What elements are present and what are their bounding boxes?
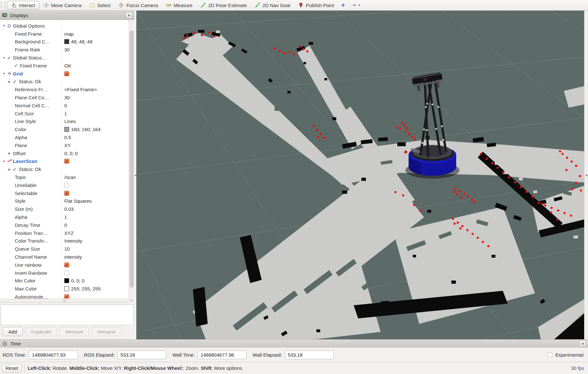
tree-row-global-options[interactable]: ▼⚙Global Options bbox=[0, 22, 129, 30]
property-value[interactable]: XYZ bbox=[64, 230, 74, 236]
tool-move-camera[interactable]: Move Camera bbox=[40, 1, 85, 9]
collapse-arrow-icon[interactable]: ▼ bbox=[3, 56, 7, 59]
collapse-arrow-icon[interactable]: ▼ bbox=[3, 160, 7, 163]
tool-select[interactable]: Select bbox=[86, 1, 114, 9]
property-value[interactable]: 0; 0; 0 bbox=[64, 278, 85, 283]
color-swatch[interactable] bbox=[64, 278, 69, 283]
property-value[interactable]: 10 bbox=[64, 246, 70, 252]
toolbar-drag-handle[interactable] bbox=[1, 2, 3, 8]
tree-row-background-c[interactable]: Background C…48; 48; 48 bbox=[0, 38, 129, 46]
property-value[interactable]: 160; 160; 164 bbox=[64, 127, 101, 132]
property-value[interactable]: 30 bbox=[64, 47, 70, 52]
displays-panel-header[interactable]: Displays × bbox=[0, 11, 134, 20]
collapse-right-icon[interactable]: ◀ bbox=[585, 174, 587, 177]
property-value[interactable] bbox=[64, 183, 69, 188]
property-value[interactable]: /scan bbox=[64, 174, 76, 180]
expand-arrow-icon[interactable]: ▶ bbox=[8, 168, 13, 171]
checkbox-checked-icon[interactable]: ✓ bbox=[64, 294, 69, 299]
tree-row-grid[interactable]: ▼Grid✓ bbox=[0, 70, 129, 78]
property-value[interactable]: Flat Squares bbox=[64, 198, 92, 204]
tree-row-min-color[interactable]: Min Color0; 0; 0 bbox=[0, 277, 129, 285]
tree-row-use-rainbow[interactable]: Use rainbow✓ bbox=[0, 261, 129, 269]
add-button[interactable]: Add bbox=[3, 327, 23, 336]
tree-row-plane[interactable]: PlaneXY bbox=[0, 141, 129, 149]
property-value[interactable]: ✓ bbox=[64, 294, 69, 299]
collapse-arrow-icon[interactable]: ▼ bbox=[3, 72, 7, 75]
tree-row-color[interactable]: Color160; 160; 164 bbox=[0, 125, 129, 133]
tree-row-alpha[interactable]: Alpha1 bbox=[0, 213, 129, 221]
tree-row-normal-cell-c[interactable]: Normal Cell C…0 bbox=[0, 102, 129, 110]
checkbox-unchecked-icon[interactable] bbox=[547, 352, 552, 357]
property-value[interactable]: 0.5 bbox=[64, 135, 71, 140]
tool-2d-pose-estimate[interactable]: 2D Pose Estimate bbox=[197, 1, 251, 9]
horizontal-scrollbar[interactable] bbox=[0, 298, 129, 302]
property-value[interactable]: XY bbox=[64, 143, 71, 148]
tree-row-unreliable[interactable]: Unreliable bbox=[0, 181, 129, 189]
tool-measure[interactable]: Measure bbox=[162, 1, 196, 9]
property-value[interactable]: map bbox=[64, 31, 74, 37]
wall-time-input[interactable]: 1488804677.96 bbox=[198, 351, 247, 359]
checkbox-checked-icon[interactable]: ✓ bbox=[64, 71, 69, 76]
tree-row-frame-rate[interactable]: Frame Rate30 bbox=[0, 46, 129, 54]
expand-arrow-icon[interactable]: ▶ bbox=[8, 80, 13, 83]
scroll-down-icon[interactable]: ▼ bbox=[129, 299, 134, 302]
property-value[interactable]: 0 bbox=[64, 222, 67, 228]
scrollbar-thumb[interactable] bbox=[130, 31, 133, 288]
tree-row-autocompute[interactable]: Autocompute…✓ bbox=[0, 293, 129, 299]
tree-row-size-m[interactable]: Size (m)0.03 bbox=[0, 205, 129, 213]
tree-row-global-status[interactable]: ▼✓Global Status… bbox=[0, 54, 129, 62]
tool-interact[interactable]: Interact bbox=[7, 1, 39, 9]
tool-publish-point[interactable]: Publish Point bbox=[294, 1, 338, 9]
property-value[interactable]: ✓ bbox=[64, 191, 69, 196]
tree-row-position-tran[interactable]: Position Tran…XYZ bbox=[0, 229, 129, 237]
close-icon[interactable]: × bbox=[126, 12, 132, 18]
wall-elapsed-input[interactable]: 533.18 bbox=[285, 351, 334, 359]
tree-row-offset[interactable]: ▶Offset0; 0; 0 bbox=[0, 149, 129, 157]
property-value[interactable]: 48; 48; 48 bbox=[64, 39, 93, 44]
checkbox-checked-icon[interactable]: ✓ bbox=[64, 159, 69, 164]
property-value[interactable]: 30 bbox=[64, 95, 70, 100]
ros-time-input[interactable]: 1488804677.93 bbox=[29, 351, 78, 359]
property-value[interactable]: Lines bbox=[64, 119, 76, 124]
collapse-arrow-icon[interactable]: ▼ bbox=[3, 24, 7, 27]
property-value[interactable] bbox=[64, 271, 69, 275]
property-value[interactable]: OK bbox=[64, 63, 71, 68]
property-value[interactable]: <Fixed Frame> bbox=[64, 87, 97, 92]
tree-row-fixed-frame[interactable]: Fixed Framemap bbox=[0, 30, 129, 38]
ros-elapsed-input[interactable]: 533.26 bbox=[117, 351, 166, 359]
toolbar-drag-handle[interactable] bbox=[5, 2, 6, 8]
color-swatch[interactable] bbox=[64, 286, 69, 291]
add-tool-button[interactable]: + bbox=[338, 1, 348, 9]
property-value[interactable]: 1 bbox=[64, 214, 67, 220]
property-value[interactable]: intensity bbox=[64, 254, 82, 260]
tool-2d-nav-goal[interactable]: 2D Nav Goal bbox=[251, 1, 294, 9]
tree-row-status-ok[interactable]: ▶✓Status: Ok bbox=[0, 165, 129, 173]
tree-row-plane-cell-co[interactable]: Plane Cell Co…30 bbox=[0, 94, 129, 102]
property-value[interactable]: 255; 255; 255 bbox=[64, 286, 101, 291]
reset-button[interactable]: Reset bbox=[2, 364, 22, 372]
tree-row-channel-name[interactable]: Channel Nameintensity bbox=[0, 253, 129, 261]
column-divider[interactable] bbox=[62, 20, 62, 299]
rename-button[interactable]: Rename bbox=[92, 327, 122, 336]
tree-row-style[interactable]: StyleFlat Squares bbox=[0, 197, 129, 205]
tree-row-color-transfo[interactable]: Color Transfo…Intensity bbox=[0, 237, 129, 245]
tree-row-queue-size[interactable]: Queue Size10 bbox=[0, 245, 129, 253]
tool-focus-camera[interactable]: Focus Camera bbox=[115, 1, 162, 9]
property-value[interactable]: ✓ bbox=[64, 71, 69, 76]
tree-row-fixed-frame[interactable]: ✓Fixed FrameOK bbox=[0, 62, 129, 70]
3d-viewport[interactable] bbox=[136, 11, 584, 339]
time-panel-header[interactable]: Time × bbox=[0, 339, 588, 348]
property-value[interactable]: 0 bbox=[64, 103, 67, 108]
expand-arrow-icon[interactable]: ▶ bbox=[8, 152, 13, 155]
tree-row-topic[interactable]: Topic/scan bbox=[0, 173, 129, 181]
property-value[interactable]: ✓ bbox=[64, 263, 69, 267]
checkbox-checked-icon[interactable]: ✓ bbox=[64, 263, 69, 267]
close-icon[interactable]: × bbox=[580, 341, 586, 347]
right-panel-splitter[interactable]: ◀ bbox=[584, 11, 588, 339]
property-value[interactable]: 0; 0; 0 bbox=[64, 151, 78, 156]
tree-row-decay-time[interactable]: Decay Time0 bbox=[0, 221, 129, 229]
property-value[interactable]: ✓ bbox=[64, 159, 69, 164]
property-value[interactable]: Intensity bbox=[64, 238, 82, 244]
remove-tool-button[interactable]: − ▼ bbox=[348, 1, 363, 9]
duplicate-button[interactable]: Duplicate bbox=[25, 327, 57, 336]
